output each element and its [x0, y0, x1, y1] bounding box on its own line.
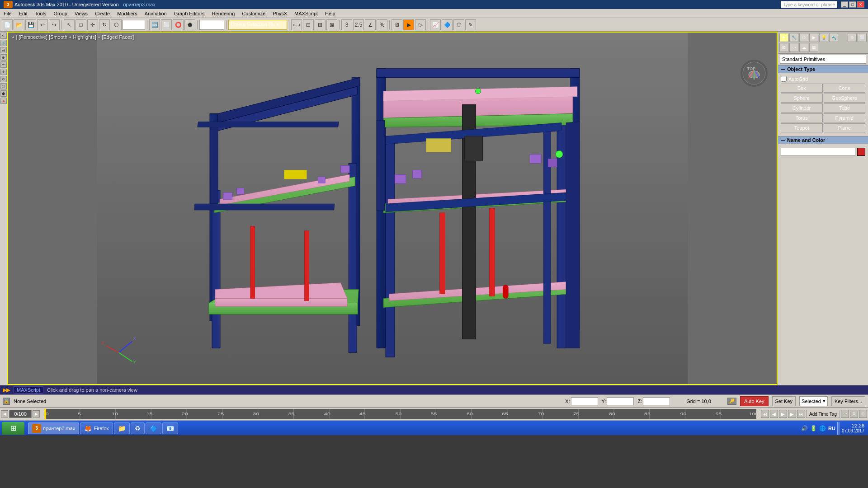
rp-icon1[interactable]: ⊕	[848, 33, 857, 42]
taskbar-explorer[interactable]: 📁	[114, 422, 130, 434]
lt-sqscale[interactable]: ⬢	[0, 90, 7, 97]
btn-plane[interactable]: Plane	[824, 123, 866, 132]
rp-tab-create[interactable]: ✦	[779, 33, 788, 42]
frame-back-btn[interactable]: ◀	[1, 410, 8, 418]
filter-dropdown[interactable]: All ▾	[123, 20, 145, 30]
viewport-container[interactable]: + | [Perspective] [Smooth + Highlights] …	[7, 32, 778, 385]
rp-icon4[interactable]: ⋯	[789, 43, 798, 52]
menu-views[interactable]: Views	[71, 9, 91, 18]
menu-file[interactable]: File	[0, 9, 15, 18]
color-swatch[interactable]	[857, 148, 865, 156]
open-button[interactable]: 📂	[14, 19, 24, 30]
search-box[interactable]: Type a keyword or phrase	[781, 1, 837, 8]
frame-fwd-btn[interactable]: ▶	[33, 410, 40, 418]
go-start-btn[interactable]: ⏮	[761, 410, 769, 418]
autogrid-checkbox[interactable]	[781, 76, 787, 82]
go-end-btn[interactable]: ⏭	[797, 410, 805, 418]
viewport-plus[interactable]: + |	[12, 34, 17, 40]
align-button[interactable]: ⊟	[303, 19, 314, 30]
menu-customize[interactable]: Customize	[238, 9, 269, 18]
schematic-button[interactable]: 🔷	[442, 19, 453, 30]
taskbar-recycle[interactable]: ♻	[131, 422, 145, 434]
close-button[interactable]: ✕	[857, 1, 864, 8]
taskbar-app5[interactable]: 🔷	[146, 422, 161, 434]
menu-physx[interactable]: PhysX	[269, 9, 291, 18]
circ-select[interactable]: ⭕	[173, 19, 184, 30]
align3-button[interactable]: ⊠	[326, 19, 337, 30]
object-type-header[interactable]: — Object Type	[778, 65, 868, 73]
x-input[interactable]	[571, 397, 598, 405]
autokey-button[interactable]: Auto Key	[740, 396, 769, 406]
taskbar-3dsmax[interactable]: 3 принтер3.max	[28, 422, 79, 434]
btn-tube[interactable]: Tube	[824, 103, 866, 113]
add-time-tag-btn[interactable]: Add Time Tag	[806, 410, 840, 418]
btn-sphere[interactable]: Sphere	[781, 94, 823, 103]
timeline-options-btn[interactable]: ⋯	[841, 410, 849, 418]
render-button[interactable]: ▶	[403, 19, 414, 30]
rp-tab-hierarchy[interactable]: ⬡	[799, 33, 808, 42]
btn-pyramid[interactable]: Pyramid	[824, 113, 866, 122]
viewport-perspective[interactable]: [Perspective]	[19, 34, 47, 40]
save-button[interactable]: 💾	[25, 19, 36, 30]
btn-geosphere[interactable]: GeoSphere	[824, 94, 866, 103]
start-button[interactable]: ⊞	[2, 422, 24, 435]
viewport-edged[interactable]: + [Edged Faces]	[98, 34, 134, 40]
menu-create[interactable]: Create	[91, 9, 113, 18]
menu-animation[interactable]: Animation	[141, 9, 170, 18]
mat-editor-button[interactable]: ⬡	[453, 19, 464, 30]
menu-rendering[interactable]: Rendering	[208, 9, 239, 18]
next-frame-btn[interactable]: ▶	[788, 410, 796, 418]
btn-box[interactable]: Box	[781, 84, 823, 93]
play-btn[interactable]: ▶	[779, 410, 787, 418]
rp-tab-utilities[interactable]: 🔩	[829, 33, 838, 42]
menu-group[interactable]: Group	[50, 9, 71, 18]
lt-bind[interactable]: ⊕	[0, 54, 7, 61]
select-object-button[interactable]: ↖	[64, 19, 75, 30]
tray-icon-1[interactable]: 🔊	[801, 425, 808, 432]
lock-icon[interactable]: 🔒	[3, 398, 10, 405]
create-selection-set[interactable]: Create Selection Se ▾	[228, 20, 287, 30]
timeline-ruler[interactable]: 0 5 10 15 20 25 30 35 40 45 50 55 60 65 …	[44, 409, 756, 419]
select-by-name[interactable]: 🔤	[149, 19, 160, 30]
select-region-button[interactable]: □	[75, 19, 86, 30]
y-input[interactable]	[607, 397, 634, 405]
tray-icon-2[interactable]: 🔋	[810, 425, 817, 432]
rp-icon5[interactable]: ☁	[799, 43, 808, 52]
menu-help[interactable]: Help	[321, 9, 339, 18]
rp-tab-motion[interactable]: ▶	[809, 33, 818, 42]
taskbar-firefox[interactable]: 🦊 Firefox	[80, 422, 113, 434]
menu-graph-editors[interactable]: Graph Editors	[170, 9, 208, 18]
render-setup-button[interactable]: 🖥	[392, 19, 402, 30]
rp-icon6[interactable]: ▦	[809, 43, 818, 52]
snap3d-button[interactable]: 3	[341, 19, 352, 30]
select-move-button[interactable]: ✛	[87, 19, 98, 30]
select-scale-button[interactable]: ⬡	[111, 19, 122, 30]
lt-spacewarp[interactable]: 〜	[0, 61, 7, 68]
viewport-layout-btn[interactable]: ⊞	[859, 410, 867, 418]
align2-button[interactable]: ⊞	[315, 19, 326, 30]
rp-icon2[interactable]: ⬜	[858, 33, 867, 42]
maxscript-text[interactable]: MAXScript	[14, 386, 43, 394]
show-desktop-btn[interactable]	[837, 422, 840, 435]
menu-edit[interactable]: Edit	[15, 9, 31, 18]
tray-lang[interactable]: RU	[828, 425, 835, 432]
select-rotate-button[interactable]: ↻	[99, 19, 110, 30]
scene-viewport[interactable]: X Y Z	[8, 33, 777, 384]
maximize-button[interactable]: □	[849, 1, 856, 8]
btn-cone[interactable]: Cone	[824, 84, 866, 93]
angle-snap-button[interactable]: ∡	[365, 19, 376, 30]
btn-cylinder[interactable]: Cylinder	[781, 103, 823, 113]
mirror-button[interactable]: ⟷	[291, 19, 302, 30]
search-input[interactable]: Type a keyword or phrase	[783, 2, 835, 7]
undo-button[interactable]: ↩	[37, 19, 48, 30]
menu-tools[interactable]: Tools	[31, 9, 50, 18]
rp-tab-display[interactable]: 💡	[819, 33, 828, 42]
poly-select[interactable]: ⬟	[184, 19, 195, 30]
maxscript-editor-button[interactable]: ✎	[465, 19, 476, 30]
lt-link[interactable]: 🔗	[0, 40, 7, 46]
lt-move[interactable]: ✛	[0, 69, 7, 75]
lt-select[interactable]: ↖	[0, 33, 7, 39]
lt-unlink[interactable]: ⛓	[0, 47, 7, 53]
viewport-smooth[interactable]: [Smooth + Highlights]	[49, 34, 96, 40]
btn-teapot[interactable]: Teapot	[781, 123, 823, 132]
